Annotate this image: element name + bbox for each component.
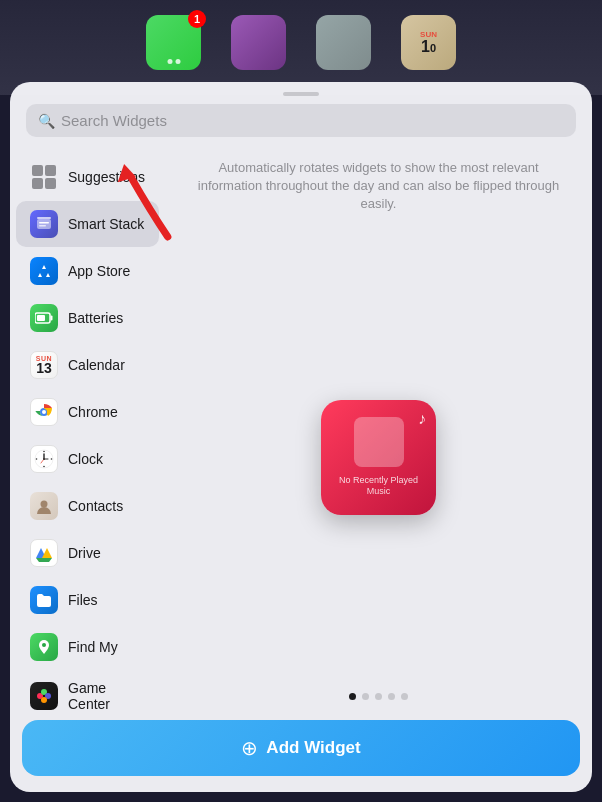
widget-description: Automatically rotates widgets to show th… <box>181 159 576 214</box>
svg-point-10 <box>42 410 46 414</box>
svg-rect-2 <box>39 222 49 224</box>
svg-point-16 <box>51 458 53 460</box>
modal-content: Suggestions Smart Stack <box>10 149 592 712</box>
sidebar-label-app-store: App Store <box>68 263 130 279</box>
sidebar-item-contacts[interactable]: Contacts <box>16 483 159 529</box>
svg-rect-1 <box>37 217 51 219</box>
bg-icon-beige: SUN 10 <box>401 15 456 70</box>
gamecenter-icon <box>30 682 58 710</box>
sidebar-item-batteries[interactable]: Batteries <box>16 295 159 341</box>
drive-icon <box>30 539 58 567</box>
smart-stack-icon <box>30 210 58 238</box>
search-icon: 🔍 <box>38 113 55 129</box>
bg-icon-purple <box>231 15 286 70</box>
sidebar-label-game-center: Game Center <box>68 680 145 712</box>
add-widget-button[interactable]: ⊕ Add Widget <box>22 720 580 776</box>
findmy-icon <box>30 633 58 661</box>
sidebar-label-contacts: Contacts <box>68 498 123 514</box>
sidebar: Suggestions Smart Stack <box>10 149 165 712</box>
sidebar-item-calendar[interactable]: SUN 13 Calendar <box>16 342 159 388</box>
sidebar-label-suggestions: Suggestions <box>68 169 145 185</box>
sidebar-label-chrome: Chrome <box>68 404 118 420</box>
drag-handle[interactable] <box>283 92 319 96</box>
svg-point-26 <box>41 697 47 703</box>
widget-music-note-icon: ♪ <box>418 410 426 428</box>
widget-preview-area: ♪ No Recently Played Music <box>181 234 576 681</box>
sidebar-item-game-center[interactable]: Game Center <box>16 671 159 712</box>
svg-rect-0 <box>37 219 51 229</box>
widget-album-art <box>354 417 404 467</box>
batteries-icon <box>30 304 58 332</box>
sidebar-label-smart-stack: Smart Stack <box>68 216 144 232</box>
page-dots <box>181 693 576 700</box>
svg-point-14 <box>43 466 45 468</box>
chrome-icon <box>30 398 58 426</box>
dot-4[interactable] <box>388 693 395 700</box>
bg-icon-gray <box>316 15 371 70</box>
search-placeholder: Search Widgets <box>61 112 167 129</box>
dot-1[interactable] <box>349 693 356 700</box>
search-bar[interactable]: 🔍 Search Widgets <box>26 104 576 137</box>
svg-rect-5 <box>51 316 53 321</box>
widget-no-music-text: No Recently Played Music <box>321 475 436 498</box>
svg-point-21 <box>41 501 48 508</box>
badge-count: 1 <box>188 10 206 28</box>
svg-point-22 <box>42 643 46 647</box>
dot-5[interactable] <box>401 693 408 700</box>
background-app-icons: 1 SUN 10 <box>0 15 602 70</box>
dot-3[interactable] <box>375 693 382 700</box>
svg-point-20 <box>43 458 45 460</box>
files-icon <box>30 586 58 614</box>
sidebar-label-batteries: Batteries <box>68 310 123 326</box>
sidebar-label-find-my: Find My <box>68 639 118 655</box>
svg-rect-6 <box>37 315 45 321</box>
sidebar-item-smart-stack[interactable]: Smart Stack <box>16 201 159 247</box>
sidebar-item-chrome[interactable]: Chrome <box>16 389 159 435</box>
main-content-area: Automatically rotates widgets to show th… <box>165 149 592 712</box>
clock-icon <box>30 445 58 473</box>
sidebar-item-drive[interactable]: Drive <box>16 530 159 576</box>
svg-point-13 <box>43 451 45 453</box>
bg-icon-green: 1 <box>146 15 201 70</box>
dot-2[interactable] <box>362 693 369 700</box>
app-store-icon <box>30 257 58 285</box>
sidebar-item-app-store[interactable]: App Store <box>16 248 159 294</box>
calendar-icon: SUN 13 <box>30 351 58 379</box>
contacts-icon <box>30 492 58 520</box>
sidebar-label-calendar: Calendar <box>68 357 125 373</box>
sidebar-label-clock: Clock <box>68 451 103 467</box>
add-widget-plus-icon: ⊕ <box>241 736 258 760</box>
sidebar-label-files: Files <box>68 592 98 608</box>
svg-rect-3 <box>39 225 46 227</box>
sidebar-item-files[interactable]: Files <box>16 577 159 623</box>
suggestions-icon <box>30 163 58 191</box>
widget-picker-modal: 🔍 Search Widgets Suggestions <box>10 82 592 792</box>
add-widget-label: Add Widget <box>266 738 360 758</box>
sidebar-item-find-my[interactable]: Find My <box>16 624 159 670</box>
sidebar-item-clock[interactable]: Clock <box>16 436 159 482</box>
svg-point-15 <box>36 458 38 460</box>
music-widget-card: ♪ No Recently Played Music <box>321 400 436 515</box>
sidebar-item-suggestions[interactable]: Suggestions <box>16 154 159 200</box>
sidebar-label-drive: Drive <box>68 545 101 561</box>
